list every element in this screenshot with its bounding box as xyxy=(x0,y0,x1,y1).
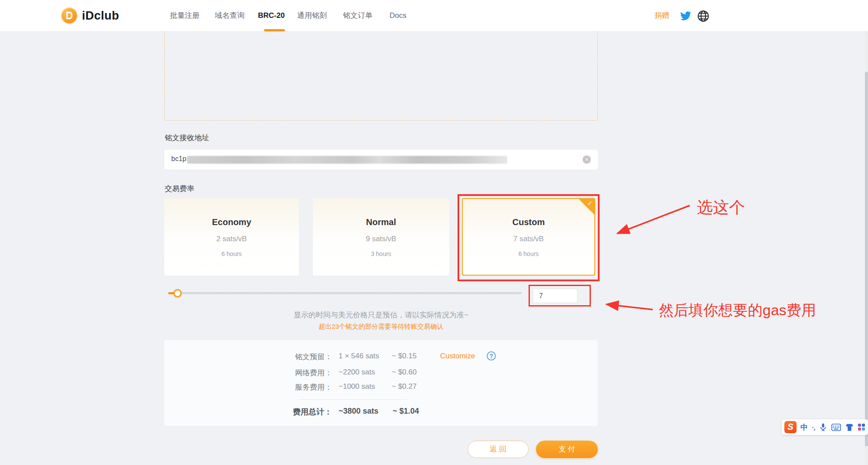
back-button[interactable]: 返 回 xyxy=(468,441,529,458)
scrollbar-track[interactable] xyxy=(865,0,868,465)
annotation-select-this-text: 选这个 xyxy=(697,197,745,219)
summary-row-usd: ~ $0.60 xyxy=(392,368,417,377)
estimate-note: 显示的时间与美元价格只是预估，请以实际情况为准~ xyxy=(164,310,598,320)
fee-card-normal[interactable]: Normal 9 sats/vB 3 hours xyxy=(313,198,449,276)
fee-card-rate: 7 sats/vB xyxy=(463,235,594,243)
nav-item-inscription-orders[interactable]: 铭文订单 xyxy=(343,0,373,31)
nav-item-domain-query[interactable]: 域名查询 xyxy=(215,0,244,31)
fee-slider-track[interactable] xyxy=(168,292,522,294)
annotation-arrow-to-input xyxy=(597,298,656,317)
summary-divider xyxy=(298,399,407,400)
address-value-prefix: bc1p xyxy=(171,155,186,163)
address-label: 铭文接收地址 xyxy=(165,133,209,143)
language-globe-icon[interactable] xyxy=(697,10,709,22)
ime-chinese-mode-icon[interactable]: 中 xyxy=(800,422,808,432)
customize-link[interactable]: Customize xyxy=(440,352,475,361)
fee-card-title: Normal xyxy=(313,217,449,227)
fee-card-rate: 2 sats/vB xyxy=(164,235,299,243)
fee-card-rate: 9 sats/vB xyxy=(313,235,449,243)
ime-toolbar: S 中 ·, xyxy=(782,419,868,435)
fee-card-title: Custom xyxy=(463,217,594,227)
total-usd: ~ $1.04 xyxy=(393,407,419,416)
summary-row-sats: 1 × 546 sats xyxy=(339,352,379,361)
address-input[interactable]: bc1p × xyxy=(164,150,598,169)
summary-row-label: 网络费用： xyxy=(288,368,332,378)
microphone-icon[interactable] xyxy=(819,423,827,431)
summary-row-sats: ~2200 sats xyxy=(339,368,375,377)
fee-card-title: Economy xyxy=(164,217,299,227)
nav-item-docs[interactable]: Docs xyxy=(390,0,407,31)
active-tab-indicator xyxy=(264,29,285,31)
brand-logo[interactable]: D iDclub xyxy=(61,7,119,24)
clear-address-icon[interactable]: × xyxy=(583,155,591,164)
fee-summary-panel: 铭文预留： 1 × 546 sats ~ $0.15 Customize ? 网… xyxy=(164,340,598,426)
address-redacted-blur xyxy=(187,156,507,164)
summary-row-label: 铭文预留： xyxy=(288,352,332,362)
total-label: 费用总计： xyxy=(288,407,332,417)
summary-row-usd: ~ $0.27 xyxy=(392,382,417,391)
summary-row-label: 服务费用： xyxy=(288,382,332,392)
overflow-warning-note: 超出23个铭文的部分需要等待转账交易确认 xyxy=(164,323,598,331)
donate-link[interactable]: 捐赠 xyxy=(654,0,669,31)
top-nav: D iDclub 批量注册 域名查询 BRC-20 通用铭刻 铭文订单 Docs… xyxy=(0,0,868,31)
skin-tshirt-icon[interactable] xyxy=(845,423,854,431)
ime-menu-grid-icon[interactable] xyxy=(858,424,865,431)
scrollbar-thumb[interactable] xyxy=(865,72,868,446)
nav-item-general-inscribe[interactable]: 通用铭刻 xyxy=(297,0,327,31)
help-icon[interactable]: ? xyxy=(487,351,496,361)
page: ( p : brc-20 , op : mint , tick : easy ,… xyxy=(0,0,868,465)
ime-punctuation-icon[interactable]: ·, xyxy=(812,424,815,431)
total-sats: ~3800 sats xyxy=(339,407,379,416)
custom-gas-input[interactable]: 7 xyxy=(533,289,577,303)
fee-card-time: 6 hours xyxy=(164,250,299,257)
keyboard-icon[interactable] xyxy=(831,424,841,431)
summary-row-sats: ~1000 sats xyxy=(339,382,375,391)
brand-name: iDclub xyxy=(82,9,119,23)
summary-row-usd: ~ $0.15 xyxy=(392,352,417,361)
fee-card-economy[interactable]: Economy 2 sats/vB 6 hours xyxy=(164,198,299,276)
fee-card-custom-selected[interactable]: Custom 7 sats/vB 6 hours ✓ xyxy=(462,198,595,276)
annotation-arrow-to-card xyxy=(608,200,693,242)
check-icon: ✓ xyxy=(587,199,593,207)
fee-card-time: 6 hours xyxy=(463,250,594,257)
fee-card-time: 3 hours xyxy=(313,250,449,257)
idclub-coin-icon: D xyxy=(61,7,78,24)
nav-item-batch-register[interactable]: 批量注册 xyxy=(170,0,200,31)
nav-item-brc20[interactable]: BRC-20 xyxy=(258,0,285,31)
pay-button[interactable]: 支 付 xyxy=(536,441,598,458)
fee-rate-label: 交易费率 xyxy=(165,184,194,194)
sogou-logo-icon[interactable]: S xyxy=(784,421,797,433)
annotation-fill-gas-text: 然后填你想要的gas费用 xyxy=(659,300,816,320)
fee-slider-handle[interactable] xyxy=(173,289,182,297)
twitter-icon[interactable] xyxy=(680,10,692,22)
